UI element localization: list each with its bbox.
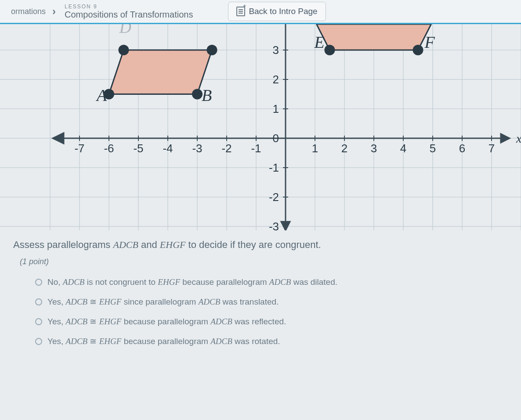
lesson-number: LESSON 9: [65, 4, 193, 10]
svg-text:6: 6: [459, 142, 465, 155]
options-list: No, ADCB is not congruent to EHGF becaus…: [13, 277, 508, 346]
svg-text:-1: -1: [251, 142, 261, 155]
answer-option-3[interactable]: Yes, ADCB ≅ EHGF because parallelogram A…: [35, 336, 508, 346]
svg-text:D: D: [119, 24, 131, 36]
svg-text:1: 1: [273, 102, 279, 115]
svg-point-58: [325, 45, 335, 55]
svg-text:2: 2: [341, 142, 347, 155]
svg-marker-28: [53, 133, 64, 144]
back-button-label: Back to Intro Page: [249, 7, 317, 16]
document-icon: [236, 7, 245, 16]
lesson-block: LESSON 9 Compositions of Transformations: [56, 4, 202, 20]
svg-text:A: A: [95, 86, 107, 104]
svg-text:3: 3: [371, 142, 377, 155]
svg-text:x: x: [516, 132, 521, 145]
svg-text:B: B: [202, 86, 212, 104]
svg-text:-1: -1: [269, 161, 279, 174]
svg-text:-5: -5: [133, 142, 143, 155]
coordinate-grid: -7-6-5-4-3-2-11234567-3-2-10123x ABDEF: [0, 24, 521, 230]
svg-point-59: [413, 45, 423, 55]
radio-icon[interactable]: [35, 298, 42, 305]
lesson-title: Compositions of Transformations: [65, 10, 193, 20]
back-to-intro-button[interactable]: Back to Intro Page: [228, 2, 326, 21]
radio-icon[interactable]: [35, 279, 42, 286]
breadcrumb-prev[interactable]: ormations: [4, 7, 52, 16]
svg-text:3: 3: [273, 43, 279, 57]
radio-icon[interactable]: [35, 318, 42, 325]
page-header: ormations › LESSON 9 Compositions of Tra…: [0, 0, 521, 24]
svg-marker-27: [501, 134, 510, 143]
question-prompt: Assess parallelograms ADCB and EHGF to d…: [13, 239, 508, 251]
svg-text:-6: -6: [104, 142, 114, 155]
points-label: (1 point): [13, 257, 508, 266]
svg-text:5: 5: [430, 142, 436, 155]
svg-text:0: 0: [273, 132, 279, 145]
svg-text:-7: -7: [74, 142, 84, 155]
option-text: Yes, ADCB ≅ EHGF because parallelogram A…: [47, 336, 280, 346]
grid-svg: -7-6-5-4-3-2-11234567-3-2-10123x ABDEF: [0, 24, 521, 230]
svg-text:F: F: [424, 33, 435, 51]
svg-point-56: [119, 45, 129, 55]
svg-text:-3: -3: [269, 220, 279, 230]
svg-point-55: [207, 45, 217, 55]
svg-text:7: 7: [488, 142, 495, 155]
svg-text:-2: -2: [269, 190, 279, 204]
option-text: Yes, ADCB ≅ EHGF since parallelogram ADC…: [47, 297, 279, 307]
answer-option-0[interactable]: No, ADCB is not congruent to EHGF becaus…: [35, 277, 508, 287]
answer-option-2[interactable]: Yes, ADCB ≅ EHGF because parallelogram A…: [35, 316, 508, 327]
question-area: Assess parallelograms ADCB and EHGF to d…: [0, 230, 521, 346]
svg-marker-52: [109, 50, 212, 94]
svg-text:-4: -4: [163, 142, 173, 155]
answer-option-1[interactable]: Yes, ADCB ≅ EHGF since parallelogram ADC…: [35, 297, 508, 307]
svg-point-54: [192, 89, 203, 100]
chevron-right-icon: ›: [52, 5, 56, 18]
svg-text:-2: -2: [221, 142, 232, 155]
svg-text:1: 1: [312, 142, 318, 155]
option-text: Yes, ADCB ≅ EHGF because parallelogram A…: [47, 316, 286, 327]
svg-marker-57: [317, 24, 431, 50]
option-text: No, ADCB is not congruent to EHGF becaus…: [47, 277, 337, 287]
svg-text:-3: -3: [192, 142, 202, 155]
svg-text:E: E: [314, 33, 325, 51]
svg-text:2: 2: [273, 73, 279, 86]
radio-icon[interactable]: [35, 338, 42, 345]
svg-text:4: 4: [400, 142, 406, 155]
